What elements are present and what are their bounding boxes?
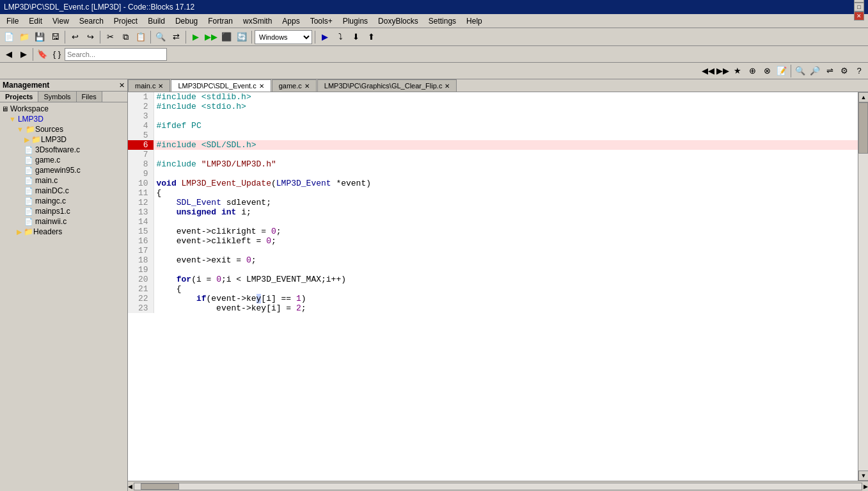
help-btn[interactable]: ? bbox=[852, 64, 866, 78]
tree-project[interactable]: ▼ LMP3D bbox=[1, 114, 126, 124]
step-out[interactable]: ⬆ bbox=[364, 30, 378, 44]
tree-sources[interactable]: ▼ 📁 Sources bbox=[1, 124, 126, 134]
tab-gl-clear[interactable]: LMP3D\PC\Graphics\GL_Clear_Flip.c ✕ bbox=[317, 79, 457, 92]
menu-tools[interactable]: Tools+ bbox=[305, 15, 338, 27]
menu-project[interactable]: Project bbox=[109, 15, 143, 27]
tab-main-c-label: main.c bbox=[135, 82, 155, 90]
tree-file-3d[interactable]: 📄 3Dsoftware.c bbox=[1, 145, 126, 155]
paste-button[interactable]: 📋 bbox=[134, 30, 148, 44]
doc-toggle[interactable]: 📝 bbox=[775, 64, 789, 78]
tab-main-c[interactable]: main.c ✕ bbox=[128, 79, 170, 92]
sidebar-close-button[interactable]: ✕ bbox=[119, 81, 125, 90]
settings-btn[interactable]: ⚙ bbox=[837, 64, 851, 78]
rebuild-button[interactable]: 🔄 bbox=[235, 30, 249, 44]
search-input[interactable] bbox=[65, 48, 167, 61]
menu-build[interactable]: Build bbox=[143, 15, 170, 27]
wrap-toggle[interactable]: ⇌ bbox=[823, 64, 837, 78]
vertical-scrollbar[interactable]: ▲ ▼ bbox=[858, 92, 868, 481]
doxy-prev[interactable]: ◀◀ bbox=[701, 64, 715, 78]
menu-search[interactable]: Search bbox=[74, 15, 109, 27]
tab-symbols[interactable]: Symbols bbox=[38, 92, 76, 102]
line-code: event->clikright = 0; bbox=[154, 227, 858, 236]
doxy-next[interactable]: ▶▶ bbox=[716, 64, 730, 78]
tree-file-gamewin[interactable]: 📄 gamewin95.c bbox=[1, 165, 126, 175]
run-button[interactable]: ▶ bbox=[189, 30, 203, 44]
scroll-track[interactable] bbox=[858, 102, 868, 471]
tab-game-c[interactable]: game.c ✕ bbox=[272, 79, 317, 92]
menu-fortran[interactable]: Fortran bbox=[203, 15, 238, 27]
headers-folder-label2: 📁 bbox=[24, 227, 33, 236]
h-scroll-track[interactable] bbox=[134, 483, 862, 490]
tree-file-maingc[interactable]: 📄 maingc.c bbox=[1, 196, 126, 206]
debug-button[interactable]: ▶ bbox=[318, 30, 332, 44]
scroll-left-button[interactable]: ◀ bbox=[128, 483, 132, 490]
table-row: 21 { bbox=[128, 284, 858, 294]
match-button[interactable]: { } bbox=[50, 47, 64, 61]
scroll-up-button[interactable]: ▲ bbox=[858, 92, 868, 102]
zoom-out[interactable]: 🔎 bbox=[808, 64, 822, 78]
editor-area: main.c ✕ LMP3D\PC\SDL_Event.c ✕ game.c ✕… bbox=[128, 79, 868, 491]
file-mainwii-label: mainwii.c bbox=[35, 217, 67, 226]
line-code: void LMP3D_Event_Update(LMP3D_Event *eve… bbox=[154, 179, 858, 188]
project-icon: ▼ bbox=[9, 115, 16, 123]
menu-settings[interactable]: Settings bbox=[423, 15, 461, 27]
goto-impl[interactable]: ⊗ bbox=[760, 64, 774, 78]
tree-headers[interactable]: ▶ 📁 Headers bbox=[1, 227, 126, 237]
tree-file-main[interactable]: 📄 main.c bbox=[1, 175, 126, 186]
tab-sdl-event[interactable]: LMP3D\PC\SDL_Event.c ✕ bbox=[171, 79, 271, 92]
menu-edit[interactable]: Edit bbox=[24, 15, 47, 27]
new-button[interactable]: 📄 bbox=[2, 30, 16, 44]
copy-button[interactable]: ⧉ bbox=[118, 30, 132, 44]
menu-view[interactable]: View bbox=[47, 15, 74, 27]
save-all-button[interactable]: 🖫 bbox=[48, 30, 62, 44]
tab-main-c-close[interactable]: ✕ bbox=[158, 83, 163, 90]
code-editor[interactable]: 1 #include <stdlib.h> 2 #include <stdio.… bbox=[128, 92, 858, 481]
tree-file-mainwii[interactable]: 📄 mainwii.c bbox=[1, 216, 126, 227]
h-scroll-thumb[interactable] bbox=[141, 483, 179, 490]
tab-files[interactable]: Files bbox=[77, 92, 102, 102]
step-into[interactable]: ⬇ bbox=[349, 30, 363, 44]
close-button[interactable]: ✕ bbox=[854, 12, 864, 20]
bookmark-button[interactable]: 🔖 bbox=[35, 47, 49, 61]
step-over[interactable]: ⤵ bbox=[333, 30, 347, 44]
stop-button[interactable]: ⬛ bbox=[219, 30, 233, 44]
menu-file[interactable]: File bbox=[1, 15, 24, 27]
horizontal-scrollbar[interactable]: ◀ ▶ bbox=[128, 481, 868, 491]
cut-button[interactable]: ✂ bbox=[103, 30, 117, 44]
tree-workspace[interactable]: 🖥 Workspace bbox=[1, 104, 126, 114]
menu-doxyblocks[interactable]: DoxyBlocks bbox=[373, 15, 423, 27]
menu-plugins[interactable]: Plugins bbox=[338, 15, 373, 27]
build-run-button[interactable]: ▶▶ bbox=[204, 30, 218, 44]
menu-apps[interactable]: Apps bbox=[277, 15, 304, 27]
table-row: 4 #ifdef PC bbox=[128, 121, 858, 131]
tab-sdl-event-close[interactable]: ✕ bbox=[259, 83, 264, 90]
find-button[interactable]: 🔍 bbox=[154, 30, 168, 44]
bookmark-toggle[interactable]: ★ bbox=[730, 64, 745, 78]
tab-game-c-close[interactable]: ✕ bbox=[304, 83, 310, 90]
tree-project-lmp3d[interactable]: ▶ 📁 LMP3D bbox=[1, 134, 126, 145]
scroll-right-button[interactable]: ▶ bbox=[864, 483, 868, 490]
menu-help[interactable]: Help bbox=[461, 15, 487, 27]
scroll-thumb[interactable] bbox=[858, 102, 868, 154]
table-row: 12 SDL_Event sdlevent; bbox=[128, 198, 858, 207]
goto-decl[interactable]: ⊕ bbox=[745, 64, 759, 78]
scroll-down-button[interactable]: ▼ bbox=[858, 471, 868, 481]
line-number-breakpoint: 6 bbox=[128, 140, 154, 150]
tree-file-mainps1[interactable]: 📄 mainps1.c bbox=[1, 206, 126, 216]
tab-projects[interactable]: Projects bbox=[0, 92, 38, 102]
target-select[interactable]: Windows bbox=[255, 30, 312, 44]
tree-file-maindc[interactable]: 📄 mainDC.c bbox=[1, 186, 126, 196]
zoom-in[interactable]: 🔍 bbox=[793, 64, 807, 78]
undo-button[interactable]: ↩ bbox=[68, 30, 82, 44]
save-button[interactable]: 💾 bbox=[33, 30, 47, 44]
menu-wxsmith[interactable]: wxSmith bbox=[238, 15, 277, 27]
next-button[interactable]: ▶ bbox=[17, 47, 31, 61]
open-button[interactable]: 📁 bbox=[17, 30, 31, 44]
menu-debug[interactable]: Debug bbox=[170, 15, 203, 27]
tree-file-game[interactable]: 📄 game.c bbox=[1, 155, 126, 165]
prev-button[interactable]: ◀ bbox=[2, 47, 16, 61]
tab-gl-clear-close[interactable]: ✕ bbox=[445, 83, 450, 90]
maximize-button[interactable]: □ bbox=[854, 3, 864, 12]
redo-button[interactable]: ↪ bbox=[83, 30, 97, 44]
replace-button[interactable]: ⇄ bbox=[169, 30, 183, 44]
